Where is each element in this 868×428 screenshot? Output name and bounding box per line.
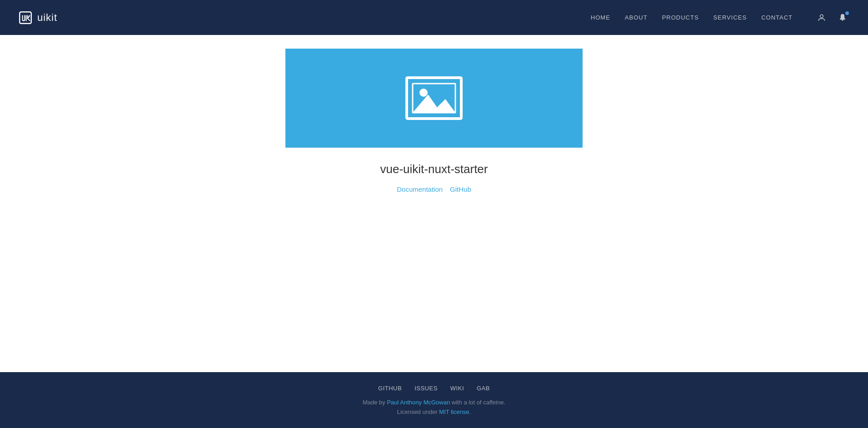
notification-dot xyxy=(845,11,849,15)
nav-icons-group xyxy=(814,10,850,25)
mit-license-link[interactable]: MIT license xyxy=(439,408,469,415)
placeholder-svg-icon xyxy=(404,75,464,121)
user-icon xyxy=(817,13,826,22)
footer-issues-link[interactable]: ISSUES xyxy=(414,385,438,392)
brand-text: uikit xyxy=(37,12,57,24)
nav-item-home[interactable]: HOME xyxy=(591,14,610,21)
nav-item-contact[interactable]: CONTACT xyxy=(761,14,793,21)
hero-image-container xyxy=(285,49,583,148)
documentation-link[interactable]: Documentation xyxy=(397,185,443,193)
uikit-logo-icon xyxy=(18,10,33,25)
nav-item-services[interactable]: SERVICES xyxy=(713,14,747,21)
footer-credit: Made by Paul Anthony McGowan with a lot … xyxy=(363,398,505,417)
author-link[interactable]: Paul Anthony McGowan xyxy=(387,399,450,406)
user-icon-button[interactable] xyxy=(814,10,829,25)
nav-item-products[interactable]: PRODUCTS xyxy=(662,14,699,21)
svg-point-2 xyxy=(820,15,823,18)
navbar: uikit HOME ABOUT PRODUCTS SERVICES CONTA… xyxy=(0,0,868,35)
main-content: vue-uikit-nuxt-starter Documentation Git… xyxy=(0,35,868,372)
brand-link[interactable]: uikit xyxy=(18,10,57,25)
hero-links: Documentation GitHub xyxy=(397,185,471,193)
footer-nav: GITHUB ISSUES WIKI GAB xyxy=(378,385,490,392)
hero-title: vue-uikit-nuxt-starter xyxy=(380,162,488,176)
license-prefix: Licensed under xyxy=(397,408,439,415)
svg-rect-0 xyxy=(20,12,31,24)
footer-gab-link[interactable]: GAB xyxy=(477,385,490,392)
nav-item-about[interactable]: ABOUT xyxy=(625,14,648,21)
notification-icon-button[interactable] xyxy=(835,10,850,25)
github-link[interactable]: GitHub xyxy=(450,185,471,193)
footer: GITHUB ISSUES WIKI GAB Made by Paul Anth… xyxy=(0,372,868,428)
image-placeholder xyxy=(402,73,466,123)
nav-menu: HOME ABOUT PRODUCTS SERVICES CONTACT xyxy=(591,10,850,25)
svg-point-5 xyxy=(419,89,428,97)
license-suffix: . xyxy=(469,408,471,415)
made-by-prefix: Made by xyxy=(363,399,387,406)
footer-github-link[interactable]: GITHUB xyxy=(378,385,402,392)
made-by-suffix: with a lot of caffeine. xyxy=(450,399,505,406)
footer-wiki-link[interactable]: WIKI xyxy=(450,385,464,392)
